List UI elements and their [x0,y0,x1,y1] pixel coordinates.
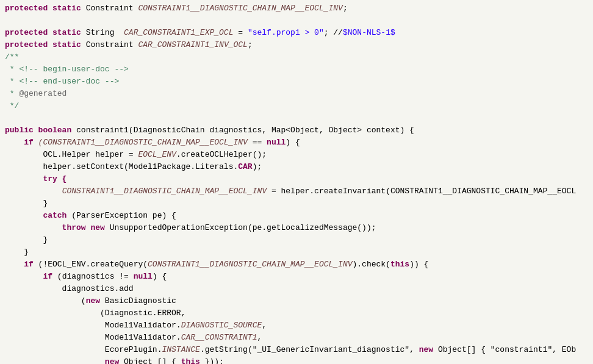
code-token: (!EOCL_ENV.createQuery( [38,259,148,271]
code-token: * [5,88,19,100]
code-token: Object [] { [124,356,181,364]
code-token: /** [5,51,19,63]
code-line: helper.setContext(Model1Package.Literals… [0,161,593,173]
code-line: * @generated [0,88,593,100]
code-line: diagnostics.add [0,283,593,295]
code-token: EcorePlugin. [5,344,162,356]
code-token: constraint1(DiagnosticChain diagnostics,… [76,124,414,137]
code-token: "self.prop1 > 0" [248,27,324,39]
code-token: ( [5,295,86,307]
code-token: ).check( [353,259,390,271]
code-token: protected static [5,2,86,15]
code-token: Model1Validator. [5,332,181,344]
code-token [5,185,62,198]
code-token: if [5,137,38,149]
code-token: ) { [286,137,300,149]
code-token: CONSTRAINT1__DIAGNOSTIC_CHAIN_MAP__EOCL_… [62,185,267,198]
code-token: Model1Validator. [5,319,181,332]
code-token: , [181,307,186,319]
code-token [5,356,105,364]
code-token: INSTANCE [162,344,199,356]
code-token: CONSTRAINT1__DIAGNOSTIC_CHAIN_MAP__EOCL_… [148,259,352,271]
code-token: catch [5,210,71,222]
code-line: if (diagnostics != null) { [0,271,593,283]
code-line [0,15,593,27]
code-token: (diagnostics != [57,271,134,283]
code-token: CAR_CONSTRAINT1_EXP_OCL [124,27,233,39]
code-line: CONSTRAINT1__DIAGNOSTIC_CHAIN_MAP__EOCL_… [0,185,593,198]
code-token: helper.setContext(Model1Package.Literals… [5,161,238,173]
code-token: UnsupportedOperationException(pe.getLoca… [110,222,376,234]
code-token: .getString("_UI_GenericInvariant_diagnos… [200,344,419,356]
code-token: ); [253,161,262,173]
code-token: null [134,271,153,283]
code-line: if (CONSTRAINT1__DIAGNOSTIC_CHAIN_MAP__E… [0,137,593,149]
code-line: (Diagnostic.ERROR, [0,307,593,319]
code-token: @generated [19,88,66,100]
code-token: public [5,124,38,137]
code-line: (new BasicDiagnostic [0,295,593,307]
code-token: } [5,246,29,259]
code-token: ) { [153,271,167,283]
code-token: * <!-- end-user-doc --> [5,76,119,88]
code-token: (CONSTRAINT1__DIAGNOSTIC_CHAIN_MAP__EOCL… [38,137,248,149]
code-token: new [90,222,109,234]
code-token: , [257,332,262,344]
code-token: } [5,198,48,210]
code-token: Constraint [86,39,138,51]
code-token: .createOCLHelper(); [176,149,267,161]
code-token: this [181,356,205,364]
code-token: } [5,234,48,246]
code-token: new [86,295,105,307]
code-token: diagnostics.add [5,283,134,295]
code-token: = [233,27,247,39]
code-line [0,112,593,124]
code-token: ; // [324,27,343,39]
code-token: (ParserException pe) { [71,210,176,222]
code-line: protected static Constraint CAR_CONSTRAI… [0,39,593,51]
code-line: public boolean constraint1(DiagnosticCha… [0,124,593,137]
code-line: protected static Constraint CONSTRAINT1_… [0,2,593,15]
code-token: boolean [38,124,76,137]
code-token: CAR__CONSTRAINT1 [181,332,257,344]
code-token: String [86,27,124,39]
code-line: * <!-- begin-user-doc --> [0,63,593,76]
code-token: , [262,319,267,332]
code-line: Model1Validator.CAR__CONSTRAINT1, [0,332,593,344]
code-token: })); [205,356,224,364]
code-token: * <!-- begin-user-doc --> [5,63,129,76]
code-token: CAR_CONSTRAINT1_INV_OCL [138,39,247,51]
code-line: */ [0,100,593,112]
code-token: null [267,137,286,149]
code-line: try { [0,173,593,185]
code-token: ; [248,39,253,51]
code-line: } [0,246,593,259]
code-token: if [5,259,38,271]
code-token: CONSTRAINT1__DIAGNOSTIC_CHAIN_MAP__EOCL_… [138,2,342,15]
code-token: OCL.Helper helper = [5,149,138,161]
code-token: ; [343,2,348,15]
code-line: /** [0,51,593,63]
code-line: if (!EOCL_ENV.createQuery(CONSTRAINT1__D… [0,259,593,271]
code-token: throw [5,222,90,234]
code-token: Object[] { "constraint1", EOb [438,344,576,356]
code-token: if [5,271,57,283]
code-token: new [419,344,438,356]
code-token: DIAGNOSTIC_SOURCE [181,319,262,332]
code-token: )) { [409,259,428,271]
code-token: CAR [238,161,252,173]
code-line: throw new UnsupportedOperationException(… [0,222,593,234]
code-line: new Object [] { this })); [0,356,593,364]
code-token: this [390,259,409,271]
code-token: ERROR [157,307,181,319]
code-line: Model1Validator.DIAGNOSTIC_SOURCE, [0,319,593,332]
code-token: BasicDiagnostic [105,295,176,307]
code-token: $NON-NLS-1$ [343,27,395,39]
code-token: protected static [5,27,86,39]
code-token: == [248,137,267,149]
code-token: EOCL_ENV [138,149,176,161]
code-line: OCL.Helper helper = EOCL_ENV.createOCLHe… [0,149,593,161]
code-editor: protected static Constraint CONSTRAINT1_… [0,0,593,364]
code-line: } [0,234,593,246]
code-line: } [0,198,593,210]
